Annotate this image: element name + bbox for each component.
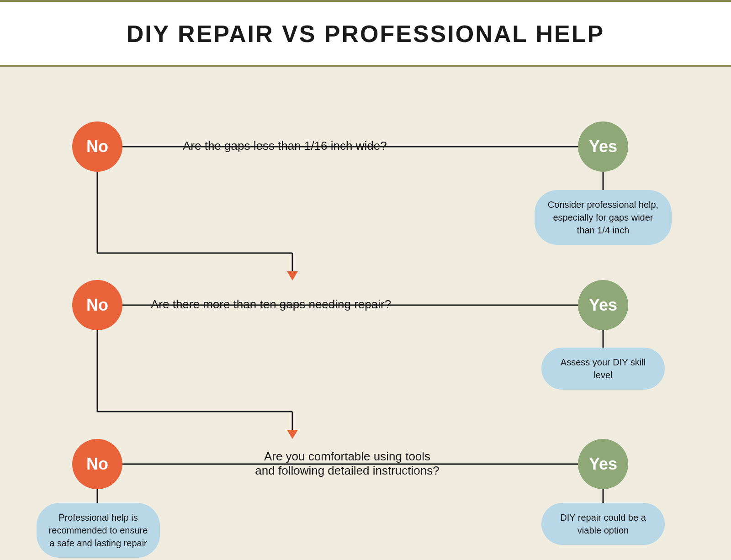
outcome-box-1: Consider professional help, especially f…	[535, 190, 672, 245]
no-circle-2: No	[72, 280, 122, 330]
no-circle-1: No	[72, 122, 122, 172]
page-header: DIY REPAIR VS PROFESSIONAL HELP	[0, 0, 731, 67]
yes-circle-2: Yes	[578, 280, 628, 330]
question-2: Are there more than ten gaps needing rep…	[151, 297, 391, 312]
yes-circle-1: Yes	[578, 122, 628, 172]
page-title: DIY REPAIR VS PROFESSIONAL HELP	[0, 20, 731, 48]
no-circle-3: No	[72, 439, 122, 489]
outcome-box-4: DIY repair could be a viable option	[541, 503, 665, 545]
question-1: Are the gaps less than 1/16 inch wide?	[183, 139, 387, 153]
svg-marker-4	[287, 271, 298, 280]
question-3: Are you comfortable using toolsand follo…	[146, 449, 548, 478]
svg-marker-9	[287, 430, 298, 439]
flowchart: No Are the gaps less than 1/16 inch wide…	[0, 94, 731, 533]
outcome-box-3: Professional help is recommended to ensu…	[37, 503, 160, 558]
yes-circle-3: Yes	[578, 439, 628, 489]
outcome-box-2: Assess your DIY skill level	[541, 348, 665, 390]
